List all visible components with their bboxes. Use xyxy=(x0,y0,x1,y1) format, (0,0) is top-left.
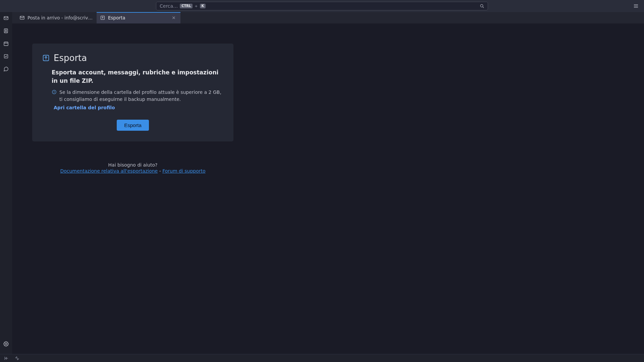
open-profile-folder-link[interactable]: Apri cartella del profilo xyxy=(54,105,115,110)
tab-inbox[interactable]: Posta in arrivo - info@scrivocodice xyxy=(16,12,97,23)
tasks-space-button[interactable] xyxy=(1,52,11,61)
content-area: Esporta Esporta account, messaggi, rubri… xyxy=(12,23,644,354)
svg-line-1 xyxy=(483,7,484,8)
kbd-ctrl: CTRL xyxy=(180,4,193,8)
status-bar xyxy=(0,354,644,362)
addressbook-space-button[interactable] xyxy=(1,26,11,36)
kbd-k: K xyxy=(200,4,206,8)
export-subtitle: Esporta account, messaggi, rubriche e im… xyxy=(52,68,223,85)
info-icon xyxy=(52,89,57,103)
global-search[interactable]: Cerca… CTRL + K xyxy=(156,2,488,10)
export-doc-link[interactable]: Documentazione relativa all'esportazione xyxy=(60,168,158,174)
support-forum-link[interactable]: Forum di supporto xyxy=(162,168,205,174)
network-activity-icon[interactable] xyxy=(13,355,21,362)
settings-space-button[interactable] xyxy=(1,339,11,349)
export-info-text: Se la dimensione della cartella del prof… xyxy=(59,89,223,103)
svg-rect-12 xyxy=(4,55,8,58)
export-button[interactable]: Esporta xyxy=(117,120,149,131)
export-card: Esporta Esporta account, messaggi, rubri… xyxy=(32,44,233,141)
spaces-sidebar xyxy=(0,12,12,354)
close-icon[interactable] xyxy=(170,14,177,21)
svg-point-0 xyxy=(480,4,483,7)
help-section: Hai bisogno di aiuto? Documentazione rel… xyxy=(32,162,233,174)
svg-point-26 xyxy=(17,358,17,359)
mail-space-button[interactable] xyxy=(1,13,11,23)
export-icon xyxy=(100,15,105,20)
tab-strip: Posta in arrivo - info@scrivocodice Espo… xyxy=(12,12,644,23)
calendar-space-button[interactable] xyxy=(1,39,11,48)
svg-point-7 xyxy=(5,30,6,31)
kbd-plus: + xyxy=(195,4,198,8)
svg-rect-8 xyxy=(4,42,8,46)
collapse-sidebar-button[interactable] xyxy=(3,355,10,362)
chat-space-button[interactable] xyxy=(1,64,11,74)
help-question: Hai bisogno di aiuto? xyxy=(32,162,233,168)
app-menu-button[interactable] xyxy=(631,1,641,11)
help-separator: - xyxy=(158,168,162,174)
export-title: Esporta xyxy=(54,53,87,63)
tab-label: Esporta xyxy=(108,15,168,20)
export-large-icon xyxy=(42,54,50,62)
svg-point-23 xyxy=(54,91,54,92)
search-icon xyxy=(480,4,484,8)
inbox-icon xyxy=(19,15,25,20)
svg-point-13 xyxy=(5,343,7,345)
tab-export[interactable]: Esporta xyxy=(97,12,180,23)
tab-label: Posta in arrivo - info@scrivocodice xyxy=(28,15,93,20)
titlebar: Cerca… CTRL + K xyxy=(0,0,644,12)
search-placeholder: Cerca… xyxy=(160,3,178,9)
